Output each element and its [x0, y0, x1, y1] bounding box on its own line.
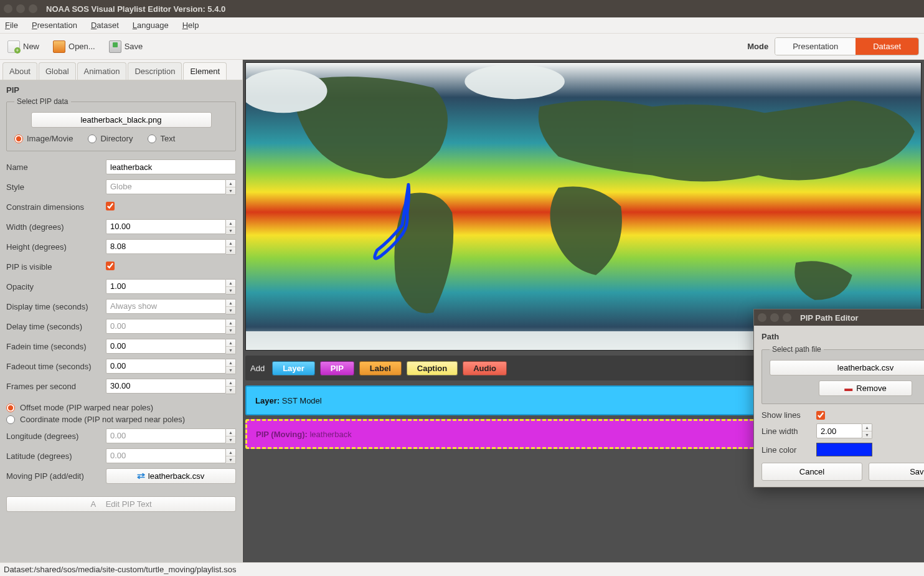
style-select[interactable] — [106, 179, 226, 194]
text-icon: A — [90, 499, 96, 509]
fps-label: Frames per second — [6, 382, 106, 391]
height-label: Height (degrees) — [6, 242, 106, 252]
select-pip-data-fieldset: Select PIP data leatherback_black.png Im… — [6, 97, 236, 151]
right-panel: Add Layer PIP Label Caption Audio Frame … — [243, 60, 924, 562]
new-button[interactable]: New — [5, 38, 42, 55]
mode-label: Mode — [747, 42, 768, 51]
open-icon — [53, 40, 65, 53]
fadein-spinner[interactable]: ▲▼ — [226, 339, 236, 354]
menu-language[interactable]: Language — [133, 21, 169, 30]
minus-icon: ▬ — [844, 384, 852, 393]
svg-point-2 — [464, 64, 565, 99]
line-width-label: Line width — [761, 427, 811, 436]
new-icon — [7, 40, 20, 53]
offset-mode-radio[interactable]: Offset mode (PIP warped near poles) — [6, 403, 236, 412]
select-path-file-fieldset: Select path file leatherback.csv ▬Remove — [761, 345, 924, 404]
save-path-button[interactable]: Save — [869, 463, 924, 481]
radio-directory[interactable]: Directory — [88, 134, 133, 143]
tab-about[interactable]: About — [2, 62, 37, 80]
fps-spinner[interactable]: ▲▼ — [226, 379, 236, 394]
maximize-dialog-icon[interactable] — [783, 313, 791, 322]
open-button[interactable]: Open... — [50, 38, 98, 55]
show-lines-label: Show lines — [761, 410, 811, 420]
map-preview[interactable] — [245, 62, 922, 351]
style-dropdown-button[interactable]: ▲▼ — [226, 179, 236, 195]
add-pip-button[interactable]: PIP — [320, 361, 354, 375]
dialog-title: PIP Path Editor — [800, 313, 859, 323]
line-color-swatch[interactable] — [816, 443, 872, 456]
cancel-button[interactable]: Cancel — [761, 463, 862, 481]
add-label-button[interactable]: Label — [359, 361, 402, 375]
latitude-spinner[interactable]: ▲▼ — [226, 448, 236, 464]
visible-checkbox[interactable] — [106, 262, 115, 270]
path-icon: ⇄ — [137, 471, 145, 481]
mode-dataset-button[interactable]: Dataset — [856, 38, 918, 55]
tab-animation[interactable]: Animation — [77, 62, 127, 80]
menu-help[interactable]: Help — [182, 21, 199, 30]
save-button[interactable]: Save — [106, 38, 146, 55]
menu-dataset[interactable]: Dataset — [91, 21, 119, 30]
fadein-label: Fadein time (seconds) — [6, 342, 106, 351]
left-panel: About Global Animation Description Eleme… — [0, 60, 243, 562]
constrain-checkbox[interactable] — [106, 202, 115, 210]
add-audio-button[interactable]: Audio — [463, 361, 507, 375]
moving-pip-button[interactable]: ⇄leatherback.csv — [106, 468, 236, 484]
radio-image-movie[interactable]: Image/Movie — [14, 134, 73, 143]
add-caption-button[interactable]: Caption — [407, 361, 458, 375]
width-spinner[interactable]: ▲▼ — [226, 219, 236, 235]
name-label: Name — [6, 163, 106, 172]
delay-time-spinner[interactable]: ▲▼ — [226, 319, 236, 334]
menu-presentation[interactable]: Presentation — [32, 21, 77, 30]
close-dialog-icon[interactable] — [758, 313, 766, 322]
path-heading: Path — [761, 332, 924, 341]
select-path-file-legend: Select path file — [770, 345, 824, 354]
visible-label: PIP is visible — [6, 262, 106, 271]
height-input[interactable] — [106, 239, 226, 254]
line-width-spinner[interactable]: ▲▼ — [862, 423, 872, 439]
name-input[interactable] — [106, 159, 236, 174]
minimize-window-icon[interactable] — [16, 4, 25, 13]
tab-description[interactable]: Description — [128, 62, 182, 80]
mode-switch: Presentation Dataset — [775, 37, 919, 55]
opacity-input[interactable] — [106, 279, 226, 294]
fadeout-spinner[interactable]: ▲▼ — [226, 359, 236, 374]
pip-file-button[interactable]: leatherback_black.png — [31, 112, 212, 128]
width-input[interactable] — [106, 219, 226, 234]
delay-time-input — [106, 319, 226, 334]
status-path: /shared/sos/media/site-custom/turtle_mov… — [34, 565, 236, 574]
opacity-label: Opacity — [6, 282, 106, 291]
edit-pip-text-button[interactable]: A Edit PIP Text — [6, 496, 236, 512]
longitude-label: Longitude (degrees) — [6, 432, 106, 441]
maximize-window-icon[interactable] — [29, 4, 37, 13]
menu-file[interactable]: File — [5, 21, 18, 30]
fadeout-input[interactable] — [106, 359, 226, 374]
opacity-spinner[interactable]: ▲▼ — [226, 279, 236, 295]
show-lines-checkbox[interactable] — [816, 411, 825, 420]
window-titlebar: NOAA SOS Visual Playlist Editor Version:… — [0, 0, 924, 17]
radio-text[interactable]: Text — [148, 134, 175, 143]
dialog-titlebar[interactable]: PIP Path Editor — [754, 309, 924, 326]
add-layer-button[interactable]: Layer — [272, 361, 315, 375]
status-bar: Dataset: /shared/sos/media/site-custom/t… — [0, 562, 924, 576]
path-file-button[interactable]: leatherback.csv — [770, 360, 924, 375]
fadein-input[interactable] — [106, 339, 226, 354]
fps-input[interactable] — [106, 379, 226, 394]
map-svg — [246, 63, 921, 350]
status-prefix: Dataset: — [4, 565, 34, 574]
remove-path-button[interactable]: ▬Remove — [819, 380, 912, 396]
coordinate-mode-radio[interactable]: Coordinate mode (PIP not warped near pol… — [6, 415, 236, 424]
line-width-input[interactable] — [816, 423, 862, 438]
height-spinner[interactable]: ▲▼ — [226, 239, 236, 255]
mode-presentation-button[interactable]: Presentation — [775, 38, 856, 55]
width-label: Width (degrees) — [6, 222, 106, 232]
tab-global[interactable]: Global — [39, 62, 76, 80]
fadeout-label: Fadeout time (seconds) — [6, 362, 106, 371]
display-time-input — [106, 299, 226, 314]
display-time-spinner[interactable]: ▲▼ — [226, 299, 236, 314]
minimize-dialog-icon[interactable] — [770, 313, 779, 322]
longitude-spinner[interactable]: ▲▼ — [226, 428, 236, 444]
close-window-icon[interactable] — [4, 4, 12, 13]
tab-element[interactable]: Element — [183, 62, 227, 80]
display-time-label: Display time (seconds) — [6, 302, 106, 311]
menubar: File Presentation Dataset Language Help — [0, 17, 924, 34]
